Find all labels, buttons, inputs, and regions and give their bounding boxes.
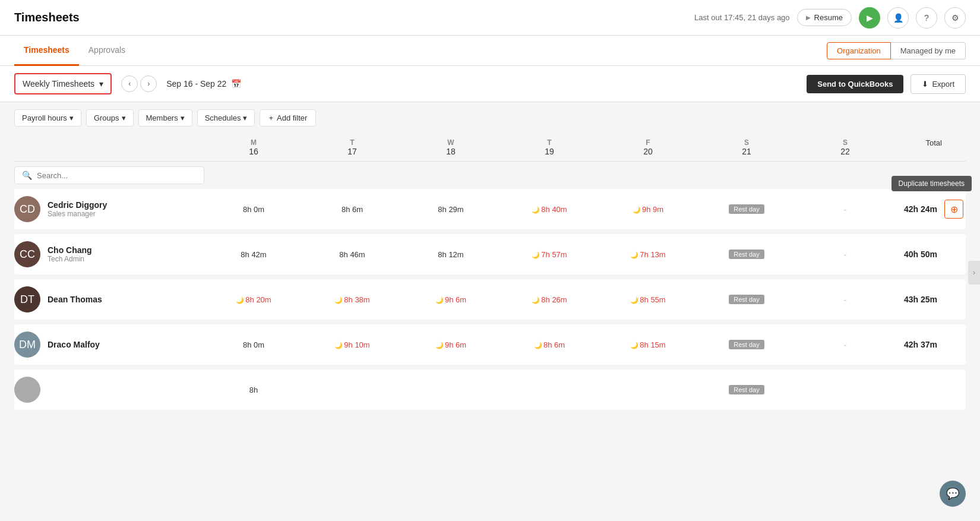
- overtime-icon: 🌙: [334, 296, 343, 304]
- table-row: 8h Rest day: [14, 370, 966, 410]
- day-cell-6[interactable]: -: [796, 205, 894, 214]
- day-cell-0[interactable]: 8h 0m: [204, 340, 303, 349]
- rest-day-badge: Rest day: [729, 385, 764, 394]
- send-quickbooks-button[interactable]: Send to QuickBooks: [807, 75, 903, 93]
- expand-panel-button[interactable]: ›: [968, 261, 980, 285]
- overtime-icon: 🌙: [532, 296, 540, 304]
- schedules-filter[interactable]: Schedules ▾: [197, 109, 255, 127]
- overtime-icon: 🌙: [630, 296, 638, 304]
- total-hours: 40h 50m: [904, 250, 937, 259]
- day-cell-1[interactable]: 🌙9h 10m: [303, 340, 402, 349]
- tab-approvals[interactable]: Approvals: [79, 36, 135, 66]
- action-cell: ⊕ Duplicate timesheets: [942, 200, 966, 219]
- employee-info: DM Draco Malfoy: [14, 331, 204, 358]
- day-cell-2[interactable]: 8h 29m: [402, 205, 500, 214]
- search-box[interactable]: 🔍: [14, 166, 204, 184]
- day-cell-4[interactable]: 🌙7h 13m: [599, 250, 697, 259]
- prev-week-button[interactable]: ‹: [121, 75, 138, 92]
- day-cell-6[interactable]: -: [796, 340, 894, 349]
- total-cell: 43h 25m: [894, 295, 942, 304]
- date-range: Sep 16 - Sep 22 📅: [166, 79, 241, 89]
- day-cell-4[interactable]: 🌙9h 9m: [599, 205, 697, 214]
- col-header-total: Total: [894, 138, 942, 156]
- table-row: DM Draco Malfoy 8h 0m🌙9h 10m🌙9h 6m🌙8h 6m…: [14, 324, 966, 365]
- duplicate-timesheets-button[interactable]: ⊕: [944, 200, 963, 219]
- overtime-icon: 🌙: [630, 342, 638, 349]
- day-cell-0[interactable]: 8h: [204, 386, 303, 394]
- total-cell: 42h 37m: [894, 340, 942, 349]
- resume-button[interactable]: ▶ Resume: [797, 9, 852, 26]
- table-row: DT Dean Thomas 🌙8h 20m🌙8h 38m🌙9h 6m🌙8h 2…: [14, 279, 966, 320]
- day-cell-3[interactable]: 🌙7h 57m: [500, 250, 599, 259]
- download-icon: ⬇: [922, 80, 928, 89]
- day-cell-4[interactable]: 🌙8h 15m: [599, 340, 697, 349]
- day-cell-1[interactable]: 8h 6m: [303, 205, 402, 214]
- overtime-icon: 🌙: [630, 251, 638, 258]
- filter-arrow-icon: ▾: [122, 113, 126, 122]
- search-input[interactable]: [37, 171, 197, 180]
- groups-filter[interactable]: Groups ▾: [86, 109, 134, 127]
- toolbar: Weekly Timesheets ▾ ‹ › Sep 16 - Sep 22 …: [0, 66, 980, 102]
- day-cell-2[interactable]: 🌙9h 6m: [402, 340, 500, 349]
- col-header-wed: W 18: [402, 138, 500, 156]
- calendar-icon: 📅: [231, 79, 241, 89]
- day-cell-4[interactable]: 🌙8h 55m: [599, 295, 697, 304]
- tabs-bar: Timesheets Approvals Organization Manage…: [0, 36, 980, 66]
- overtime-icon: 🌙: [334, 342, 343, 349]
- overtime-icon: 🌙: [534, 342, 542, 349]
- rest-day-badge: Rest day: [729, 204, 764, 214]
- tabs-right: Organization Managed by me: [827, 42, 966, 59]
- employee-role: Tech Admin: [48, 255, 92, 263]
- rest-day-cell: Rest day: [697, 385, 796, 394]
- overtime-icon: 🌙: [532, 251, 540, 258]
- col-header-tue: T 17: [303, 138, 402, 156]
- day-cell-6[interactable]: -: [796, 250, 894, 259]
- nav-arrows: ‹ ›: [121, 75, 157, 92]
- day-cell-6[interactable]: -: [796, 295, 894, 304]
- tab-timesheets[interactable]: Timesheets: [14, 36, 79, 66]
- play-icon: ▶: [806, 14, 811, 21]
- add-filter-button[interactable]: + Add filter: [260, 109, 316, 127]
- plus-icon: +: [268, 113, 273, 122]
- settings-icon-button[interactable]: ⚙: [944, 7, 966, 29]
- day-cell-0[interactable]: 🌙8h 20m: [204, 295, 303, 304]
- date-range-text: Sep 16 - Sep 22: [166, 79, 226, 89]
- managed-filter-button[interactable]: Managed by me: [891, 42, 966, 59]
- day-cell-2[interactable]: 8h 12m: [402, 250, 500, 259]
- org-filter-button[interactable]: Organization: [827, 42, 891, 59]
- employee-info: DT Dean Thomas: [14, 286, 204, 312]
- next-week-button[interactable]: ›: [140, 75, 157, 92]
- col-header-sat: S 21: [697, 138, 796, 156]
- payroll-filter[interactable]: Payroll hours ▾: [14, 109, 81, 127]
- day-cell-3[interactable]: 🌙8h 40m: [500, 205, 599, 214]
- employees-container: CD Cedric Diggory Sales manager 8h 0m8h …: [14, 189, 966, 410]
- day-cell-3[interactable]: 🌙8h 26m: [500, 295, 599, 304]
- day-cell-1[interactable]: 8h 46m: [303, 250, 402, 259]
- col-header-thu: T 19: [500, 138, 599, 156]
- overtime-icon: 🌙: [236, 296, 244, 304]
- employee-details: Draco Malfoy: [48, 340, 100, 349]
- day-cell-0[interactable]: 8h 0m: [204, 205, 303, 214]
- total-hours: 43h 25m: [904, 295, 937, 304]
- rest-day-badge: Rest day: [729, 250, 764, 259]
- day-cell-3[interactable]: 🌙8h 6m: [500, 340, 599, 349]
- resume-label: Resume: [814, 13, 843, 22]
- employee-name: Draco Malfoy: [48, 340, 100, 349]
- table-row: CD Cedric Diggory Sales manager 8h 0m8h …: [14, 189, 966, 229]
- filters-bar: Payroll hours ▾ Groups ▾ Members ▾ Sched…: [0, 102, 980, 134]
- members-filter[interactable]: Members ▾: [138, 109, 192, 127]
- play-green-button[interactable]: ▶: [859, 7, 880, 29]
- employee-name: Cho Chang: [48, 245, 92, 255]
- day-cell-0[interactable]: 8h 42m: [204, 250, 303, 259]
- last-out-text: Last out 17:45, 21 days ago: [694, 13, 789, 22]
- export-button[interactable]: ⬇ Export: [911, 74, 966, 94]
- user-icon-button[interactable]: 👤: [887, 7, 909, 29]
- day-cell-2[interactable]: 🌙9h 6m: [402, 295, 500, 304]
- rest-day-badge: Rest day: [729, 340, 764, 349]
- overtime-icon: 🌙: [633, 206, 641, 213]
- question-icon-button[interactable]: ?: [916, 7, 937, 29]
- day-cell-1[interactable]: 🌙8h 38m: [303, 295, 402, 304]
- rest-day-cell: Rest day: [697, 204, 796, 214]
- total-cell: 42h 24m: [894, 204, 942, 214]
- view-dropdown[interactable]: Weekly Timesheets ▾: [14, 73, 112, 94]
